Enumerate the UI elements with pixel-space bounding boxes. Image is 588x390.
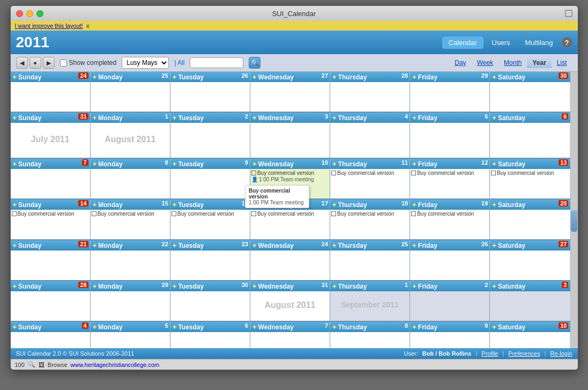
add-icon[interactable]: + [332, 160, 337, 168]
add-icon[interactable]: + [252, 114, 257, 122]
add-icon[interactable]: + [252, 241, 257, 249]
day-cell[interactable]: August 2011 [91, 123, 170, 158]
add-icon[interactable]: + [252, 160, 257, 168]
add-icon[interactable]: + [492, 282, 496, 290]
day-cell[interactable] [91, 82, 170, 112]
day-cell[interactable] [410, 123, 490, 158]
day-cell[interactable]: July 2011 [11, 123, 91, 158]
add-icon[interactable]: + [252, 73, 257, 81]
task-checkbox[interactable] [491, 171, 496, 175]
add-icon[interactable]: + [13, 73, 17, 81]
help-button[interactable]: ? [562, 37, 572, 48]
event-item[interactable]: Buy commercial version [172, 211, 249, 217]
nav-tab-multilang[interactable]: Multilang [518, 36, 559, 49]
add-icon[interactable]: + [252, 282, 257, 290]
meeting-item[interactable]: 👤 1:00 PM Team meeting [251, 176, 329, 182]
scroll-thumb[interactable] [571, 210, 577, 232]
add-icon[interactable]: + [412, 160, 416, 168]
add-icon[interactable]: + [332, 282, 337, 290]
event-item[interactable]: Buy commercial version [92, 211, 169, 217]
add-icon[interactable]: + [412, 73, 416, 81]
day-cell[interactable]: Buy commercial version [410, 210, 490, 239]
day-cell[interactable] [11, 251, 91, 280]
day-cell[interactable] [490, 123, 570, 158]
day-cell[interactable] [490, 210, 570, 239]
event-item[interactable]: Buy commercial version [411, 211, 488, 217]
task-checkbox[interactable] [411, 211, 416, 216]
add-icon[interactable]: + [173, 160, 177, 168]
day-cell[interactable] [11, 169, 91, 198]
task-checkbox[interactable] [251, 211, 256, 216]
day-cell[interactable] [250, 251, 330, 280]
add-icon[interactable]: + [93, 160, 97, 168]
event-item[interactable]: Buy commercial version [411, 170, 488, 176]
add-icon[interactable]: + [93, 323, 97, 331]
task-checkbox[interactable] [331, 171, 336, 175]
add-icon[interactable]: + [492, 73, 496, 81]
day-cell[interactable]: Buy commercial version [330, 169, 410, 198]
preferences-link[interactable]: Preferences [508, 350, 540, 357]
all-link[interactable]: | All [174, 59, 184, 67]
add-icon[interactable]: + [173, 73, 177, 81]
add-icon[interactable]: + [173, 241, 177, 249]
day-cell[interactable] [410, 332, 490, 348]
add-icon[interactable]: + [93, 201, 97, 209]
task-checkbox[interactable] [92, 211, 96, 216]
day-cell[interactable]: Buy commercial version [490, 169, 570, 198]
day-cell[interactable] [91, 169, 170, 198]
task-checkbox[interactable] [172, 211, 176, 216]
day-cell[interactable] [410, 82, 490, 112]
day-cell[interactable] [330, 251, 410, 280]
add-icon[interactable]: + [492, 241, 496, 249]
profile-link[interactable]: Profile [481, 350, 498, 357]
event-item[interactable]: Buy commercial version [331, 170, 408, 176]
add-icon[interactable]: + [13, 241, 17, 249]
search-input[interactable] [190, 57, 243, 68]
minimize-button[interactable] [26, 10, 33, 17]
user-dropdown[interactable]: Lusy Mays [122, 57, 169, 69]
day-cell-other[interactable] [490, 291, 570, 321]
day-cell[interactable] [330, 332, 410, 348]
add-icon[interactable]: + [13, 201, 17, 209]
scrollbar[interactable] [570, 72, 578, 348]
day-cell[interactable] [11, 291, 91, 321]
event-item[interactable]: Buy commercial version [251, 170, 329, 176]
add-icon[interactable]: + [173, 201, 177, 209]
add-icon[interactable]: + [492, 160, 496, 168]
add-icon[interactable]: + [173, 282, 177, 290]
add-icon[interactable]: + [492, 323, 496, 331]
maximize-button[interactable] [36, 10, 43, 17]
day-cell[interactable] [490, 332, 570, 348]
add-icon[interactable]: + [173, 114, 177, 122]
add-icon[interactable]: + [93, 241, 97, 249]
nav-tab-calendar[interactable]: Calendar [442, 36, 483, 49]
nav-tab-users[interactable]: Users [486, 36, 517, 49]
add-icon[interactable]: + [412, 241, 416, 249]
add-icon[interactable]: + [412, 114, 416, 122]
relogin-link[interactable]: Re-login [550, 350, 572, 357]
add-icon[interactable]: + [13, 160, 17, 168]
close-button[interactable] [16, 10, 23, 17]
day-cell[interactable] [170, 123, 250, 158]
add-icon[interactable]: + [93, 114, 97, 122]
day-cell[interactable]: Buy commercial version [410, 169, 490, 198]
add-icon[interactable]: + [332, 323, 337, 331]
tab-day[interactable]: Day [449, 57, 471, 68]
add-icon[interactable]: + [13, 282, 17, 290]
day-cell[interactable] [170, 291, 250, 321]
day-cell[interactable] [11, 82, 91, 112]
event-item[interactable]: Buy commercial version [12, 211, 89, 217]
add-icon[interactable]: + [173, 323, 177, 331]
event-item[interactable]: Buy commercial version [251, 211, 329, 217]
add-icon[interactable]: + [332, 201, 337, 209]
day-cell[interactable] [250, 332, 330, 348]
add-icon[interactable]: + [13, 114, 17, 122]
task-checkbox[interactable] [411, 171, 416, 175]
day-cell[interactable] [170, 169, 250, 198]
add-icon[interactable]: + [93, 282, 97, 290]
day-cell[interactable] [490, 82, 570, 112]
tab-list[interactable]: List [552, 57, 572, 68]
tab-week[interactable]: Week [472, 57, 498, 68]
tab-year[interactable]: Year [527, 57, 551, 68]
day-cell[interactable] [410, 251, 490, 280]
